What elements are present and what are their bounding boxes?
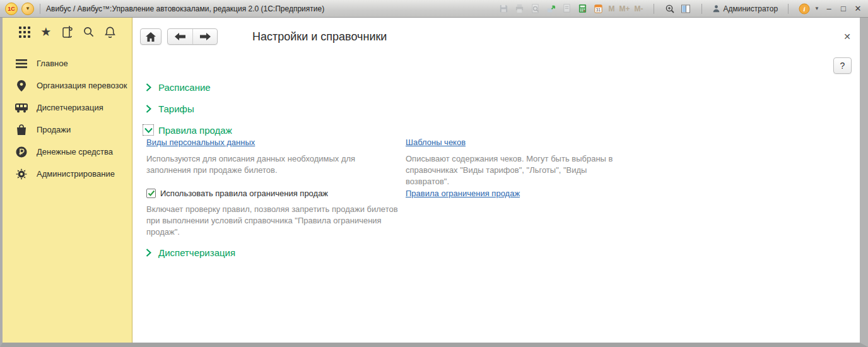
favorites-star-icon[interactable]: ★: [39, 25, 53, 39]
sidebar-item-label: Денежные средства: [37, 147, 113, 156]
1c-logo-icon: 1С: [5, 3, 18, 15]
app-body: ★ Главное: [0, 18, 868, 347]
section-sales-rules[interactable]: Правила продаж: [144, 124, 860, 136]
memory-plus-button[interactable]: М+: [619, 4, 630, 13]
receipt-templates-description: Описывают содержания чеков. Могут быть в…: [406, 153, 623, 187]
close-panel-icon[interactable]: ✕: [842, 32, 852, 42]
section-tariffs[interactable]: Тарифы: [144, 102, 860, 115]
sidebar-item-dispatching[interactable]: Диспетчеризация: [3, 97, 132, 119]
function-header: Настройки и справочники: [132, 18, 860, 45]
user-name: Администратор: [724, 4, 778, 13]
chevron-right-icon: [144, 83, 153, 91]
gear-icon: [15, 168, 28, 180]
section-label: Диспетчеризация: [158, 247, 235, 258]
back-button[interactable]: [168, 29, 192, 44]
sidebar-item-sales[interactable]: Продажи: [3, 119, 132, 141]
ruble-coin-icon: [15, 146, 28, 158]
info-icon[interactable]: i: [799, 3, 810, 15]
memory-recall-button[interactable]: М: [608, 4, 614, 13]
sales-rules-content: Виды персональных данных Используются дл…: [144, 136, 860, 238]
arrow-right-icon: [200, 33, 211, 40]
sidebar-item-label: Продажи: [37, 125, 71, 134]
main-menu-button[interactable]: ▼: [21, 3, 34, 15]
current-user-button[interactable]: Администратор: [712, 4, 778, 13]
personal-data-types-link[interactable]: Виды персональных данных: [146, 138, 255, 147]
section-schedule[interactable]: Расписание: [144, 81, 860, 93]
sidebar-menu: Главное Организация перевозок Диспетчери…: [3, 46, 132, 185]
divider: [40, 4, 40, 14]
section-label: Тарифы: [158, 103, 194, 114]
sidebar-item-label: Диспетчеризация: [37, 103, 103, 112]
external-link-icon[interactable]: [545, 3, 556, 15]
split-view-icon[interactable]: [680, 3, 691, 15]
bus-icon: [15, 103, 28, 113]
calendar-icon[interactable]: 31: [592, 3, 604, 15]
memory-minus-button[interactable]: М-: [635, 4, 643, 13]
app-window: 1С ▼ Авибус / Авибус™:Управление автовок…: [0, 0, 868, 347]
checkbox-checked[interactable]: [146, 189, 156, 198]
apps-grid-icon[interactable]: [18, 25, 32, 39]
sidebar-toolbar: ★: [3, 18, 132, 46]
user-icon: [712, 4, 720, 13]
location-pin-icon: [15, 80, 28, 91]
sidebar-item-label: Администрирование: [37, 169, 115, 179]
sidebar-item-label: Организация перевозок: [37, 81, 127, 90]
svg-text:31: 31: [596, 8, 601, 12]
forward-button[interactable]: [192, 29, 217, 44]
close-window-button[interactable]: ✕: [853, 4, 863, 13]
titlebar-actions: 31 М М+ М- Администратор i ▼ – □: [498, 3, 863, 15]
sidebar-item-label: Главное: [37, 59, 68, 68]
chevron-right-icon: [144, 248, 153, 257]
minimize-button[interactable]: –: [824, 4, 834, 13]
history-nav: [167, 28, 218, 45]
divider: [701, 4, 702, 14]
section-label: Расписание: [158, 82, 211, 93]
chevron-right-icon: [144, 104, 153, 113]
sidebar-item-administration[interactable]: Администрирование: [3, 163, 132, 185]
help-button[interactable]: ?: [833, 57, 852, 74]
print-preview-icon[interactable]: [529, 3, 541, 15]
section-label: Правила продаж: [158, 125, 232, 136]
home-button[interactable]: [140, 28, 161, 45]
save-icon[interactable]: [498, 3, 509, 15]
print-icon[interactable]: [513, 3, 525, 15]
divider: [788, 4, 789, 14]
shopping-bag-icon: [15, 124, 28, 136]
sidebar-item-cash[interactable]: Денежные средства: [3, 141, 132, 163]
page-title: Настройки и справочники: [252, 30, 387, 44]
home-icon: [146, 32, 156, 42]
window-title: Авибус / Авибус™:Управление автовокзалам…: [46, 4, 324, 13]
sales-rules-right-column: Шаблоны чеков Описывают содержания чеков…: [406, 136, 626, 238]
search-icon[interactable]: [81, 25, 95, 39]
receipt-templates-link[interactable]: Шаблоны чеков: [406, 138, 466, 147]
settings-sections: Расписание Тарифы Правила продаж: [132, 81, 860, 259]
arrow-left-icon: [175, 33, 185, 40]
main-panel: Настройки и справочники ✕ ? Расписание Т…: [132, 18, 860, 343]
use-restriction-rules-checkbox-row[interactable]: Использовать правила ограничения продаж: [146, 187, 406, 199]
sidebar-item-transport-organization[interactable]: Организация перевозок: [3, 74, 132, 97]
zoom-icon[interactable]: [664, 3, 676, 15]
history-scroll-icon[interactable]: [61, 25, 74, 39]
calculator-icon[interactable]: [577, 3, 588, 15]
checkbox-label: Использовать правила ограничения продаж: [160, 189, 328, 198]
divider: [654, 4, 654, 14]
print-document-icon[interactable]: [561, 3, 572, 15]
chevron-down-icon: [144, 126, 153, 134]
check-icon: [148, 190, 155, 197]
sales-rules-left-column: Виды персональных данных Используются дл…: [146, 136, 406, 238]
hamburger-icon: [15, 59, 28, 68]
personal-data-types-description: Используются для описания данных необход…: [146, 153, 399, 176]
title-bar: 1С ▼ Авибус / Авибус™:Управление автовок…: [0, 0, 868, 18]
sidebar-item-main[interactable]: Главное: [3, 52, 132, 74]
maximize-button[interactable]: □: [838, 4, 848, 13]
restriction-rules-link[interactable]: Правила ограничения продаж: [406, 189, 520, 198]
section-dispatching[interactable]: Диспетчеризация: [144, 246, 860, 259]
sidebar: ★ Главное: [3, 18, 132, 343]
chevron-down-icon[interactable]: ▼: [814, 6, 819, 11]
use-restriction-description: Включает проверку правил, позволяя запре…: [146, 204, 406, 238]
notifications-bell-icon[interactable]: [103, 25, 117, 39]
